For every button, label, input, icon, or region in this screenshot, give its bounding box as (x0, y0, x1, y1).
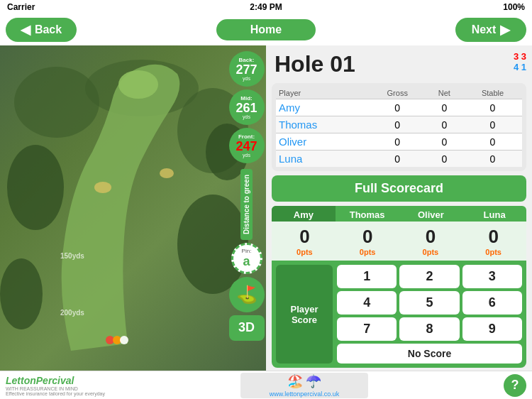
svg-point-14 (0, 258, 43, 329)
letton-text: Letton (6, 375, 36, 386)
front-value: 247 (235, 140, 257, 153)
next-label: Next (472, 23, 497, 36)
status-bar: Carrier 2:49 PM 100% (0, 0, 532, 14)
full-scorecard-button[interactable]: Full Scorecard (272, 175, 526, 202)
tab-thomas[interactable]: Thomas (336, 206, 399, 222)
tab-amy[interactable]: Amy (272, 206, 336, 222)
front-distance-bubble: Front: 247 yds (229, 128, 265, 163)
distance-to-green-label: Distance to green (240, 169, 253, 240)
player-name: Luna (276, 151, 370, 168)
flag-button[interactable]: ⛳ (229, 277, 265, 312)
player-name: Amy (276, 99, 370, 116)
stable-score: 0 (463, 99, 522, 116)
pin-bubble: Pin: a (231, 243, 262, 274)
score-value: 0 (488, 226, 498, 248)
score-pad-btn-2[interactable]: 2 (399, 265, 459, 288)
stable-score: 0 (463, 133, 522, 151)
score-value: 0 (426, 226, 436, 248)
scorecard: Player Gross Net Stable Amy 0 0 0 Thomas… (276, 87, 522, 167)
pin-label: Pin: (242, 248, 252, 254)
table-row: Oliver 0 0 0 (276, 133, 522, 151)
full-scorecard-label: Full Scorecard (355, 181, 443, 195)
header-net: Net (426, 87, 463, 99)
score-item: 0 0pts (338, 226, 398, 256)
main-content: 150yds 200yds Back: 277 yds Mid: 261 (0, 45, 532, 371)
net-score: 0 (426, 116, 463, 133)
score-pts: 0pts (297, 248, 313, 256)
bottom-bar: LettonPercival WITH REASSURANCE IN MIND … (0, 371, 532, 399)
hole-title: Hole 01 (272, 51, 355, 77)
back-arrow-icon: ◀ (21, 22, 31, 38)
logo-sub: WITH REASSURANCE IN MIND (6, 386, 105, 391)
player-name: Oliver (276, 133, 370, 151)
mid-value: 261 (235, 102, 257, 114)
score-pad-btn-7[interactable]: 7 (337, 317, 397, 341)
score-pad-btn-9[interactable]: 9 (462, 317, 522, 341)
svg-point-8 (120, 336, 128, 344)
next-button[interactable]: Next ▶ (455, 18, 526, 42)
no-score-button[interactable]: No Score (337, 344, 522, 364)
svg-point-3 (118, 70, 158, 99)
par-bottom: 4 1 (514, 62, 526, 72)
help-button[interactable]: ? (504, 374, 526, 397)
header-gross: Gross (370, 87, 426, 99)
letton-banner: 🏖️ ☂️ www.lettonpercival.co.uk (240, 373, 368, 398)
stable-score: 0 (463, 116, 522, 133)
header-stable: Stable (463, 87, 522, 99)
svg-point-0 (14, 67, 99, 138)
tab-luna[interactable]: Luna (462, 206, 526, 222)
logo-tagline: Effective insurance tailored for your ev… (6, 391, 105, 396)
svg-text:150yds: 150yds (60, 252, 84, 260)
3d-button[interactable]: 3D (229, 315, 265, 341)
home-label: Home (250, 23, 282, 36)
table-row: Amy 0 0 0 (276, 99, 522, 116)
back-button[interactable]: ◀ Back (6, 18, 77, 42)
tab-oliver[interactable]: Oliver (399, 206, 463, 222)
right-panel: Hole 01 3 3 4 1 Player Gross Net Stable (266, 45, 532, 371)
score-pts: 0pts (360, 248, 376, 256)
beach-icon: 🏖️ (287, 373, 303, 389)
svg-point-11 (7, 145, 64, 230)
nav-bar: ◀ Back Home Next ▶ (0, 14, 532, 45)
svg-point-5 (160, 168, 174, 178)
hole-header: Hole 01 3 3 4 1 (272, 51, 526, 80)
player-name: Thomas (276, 116, 370, 133)
back-distance-bubble: Back: 277 yds (229, 51, 265, 87)
par-info: 3 3 4 1 (514, 51, 526, 72)
score-pad-btn-5[interactable]: 5 (399, 291, 459, 315)
gross-score: 0 (370, 116, 426, 133)
map-svg: 150yds 200yds (0, 45, 266, 371)
score-item: 0 0pts (275, 226, 335, 256)
letton-logo-name: LettonPercival (6, 375, 105, 386)
score-pad-btn-4[interactable]: 4 (337, 291, 397, 315)
golf-map: 150yds 200yds Back: 277 yds Mid: 261 (0, 45, 266, 371)
table-row: Luna 0 0 0 (276, 151, 522, 168)
scorecard-table: Player Gross Net Stable Amy 0 0 0 Thomas… (272, 83, 526, 171)
left-panel: 150yds 200yds Back: 277 yds Mid: 261 (0, 45, 266, 371)
score-value: 0 (299, 226, 309, 248)
score-pad-btn-3[interactable]: 3 (462, 265, 522, 288)
net-score: 0 (426, 133, 463, 151)
score-value: 0 (362, 226, 372, 248)
back-label: Back (35, 23, 62, 36)
pin-value: a (243, 254, 250, 269)
percival-text: Percival (36, 375, 74, 386)
score-pad-btn-8[interactable]: 8 (399, 317, 459, 341)
3d-label: 3D (238, 320, 255, 335)
help-icon: ? (511, 378, 519, 393)
svg-point-4 (94, 182, 111, 193)
score-pad-btn-1[interactable]: 1 (337, 265, 397, 288)
score-item: 0 0pts (401, 226, 461, 256)
score-pad-btn-6[interactable]: 6 (462, 291, 522, 315)
par-top: 3 3 (514, 51, 526, 62)
home-button[interactable]: Home (216, 19, 316, 40)
back-value: 277 (235, 63, 257, 76)
front-unit: yds (243, 153, 250, 158)
table-row: Thomas 0 0 0 (276, 116, 522, 133)
score-pad: Player Score 123456789No Score (272, 261, 526, 368)
gross-score: 0 (370, 99, 426, 116)
mid-distance-bubble: Mid: 261 yds (229, 89, 265, 125)
player-score-label: Player Score (276, 265, 333, 364)
net-score: 0 (426, 99, 463, 116)
stable-score: 0 (463, 151, 522, 168)
